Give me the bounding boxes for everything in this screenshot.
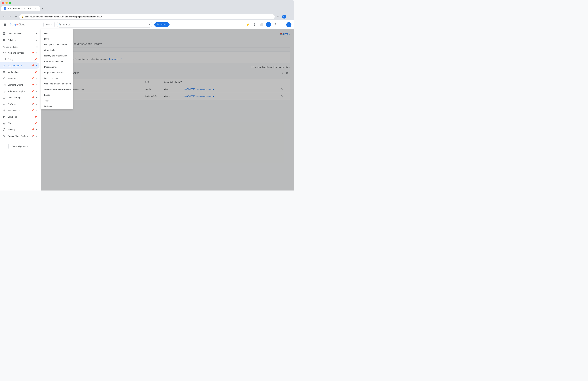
submenu-item-settings[interactable]: Settings bbox=[41, 103, 73, 109]
compute-icon bbox=[2, 83, 6, 86]
app-header: roBot ▾ 🔍 ✕ 🔍 Search ⚡ 🗑 ⬜ 4 bbox=[41, 20, 294, 29]
sidebar-item-storage[interactable]: Cloud Storage 📌 › bbox=[0, 94, 40, 101]
compute-pin-icon: 📌 bbox=[31, 84, 34, 86]
user-profile-icon-button[interactable]: C bbox=[282, 14, 286, 19]
more-icon: ⋮ bbox=[281, 23, 284, 26]
submenu-item-policy-troubleshooter[interactable]: Policy troubleshooter bbox=[41, 59, 73, 64]
maps-label: Google Maps Platform bbox=[8, 135, 30, 137]
marketplace-pin-icon: 📌 bbox=[34, 71, 37, 73]
submenu-item-org-policies[interactable]: Organisation policies bbox=[41, 70, 73, 75]
sidebar-item-cloud-overview[interactable]: Cloud overview › bbox=[0, 30, 40, 37]
security-pin-icon: 📌 bbox=[31, 128, 34, 131]
submenu-item-identity-org[interactable]: Identity and organisation bbox=[41, 53, 73, 59]
browser-tab-active[interactable]: G IAM – IAM and admin – Pomo... ✕ bbox=[1, 6, 40, 11]
kubernetes-pin-icon: 📌 bbox=[31, 90, 34, 92]
search-clear-icon[interactable]: ✕ bbox=[148, 23, 150, 26]
svg-rect-0 bbox=[3, 32, 4, 34]
svg-point-36 bbox=[4, 135, 4, 136]
sidebar-item-compute[interactable]: Compute Engine 📌 › bbox=[0, 82, 40, 88]
cloud-shell-button[interactable]: ⚡ bbox=[245, 22, 251, 27]
storage-pin-icon: 📌 bbox=[31, 96, 34, 99]
submenu-item-iam[interactable]: IAM bbox=[41, 31, 73, 36]
iam-submenu: IAM PAM Principal access boundary Organi… bbox=[41, 29, 73, 109]
sidebar-item-apis[interactable]: API APIs and services 📌 › bbox=[0, 50, 40, 56]
address-bar[interactable]: 🔒 console.cloud.google.com/iam-admin/iam… bbox=[19, 14, 275, 19]
sidebar-item-bigquery[interactable]: BigQuery 📌 › bbox=[0, 101, 40, 107]
svg-point-14 bbox=[4, 85, 5, 85]
browser-maximize-button[interactable] bbox=[9, 2, 11, 4]
storage-icon bbox=[2, 96, 6, 99]
tab-title: IAM – IAM and admin – Pomo... bbox=[8, 7, 33, 10]
sidebar-item-vpc[interactable]: VPC network 📌 › bbox=[0, 107, 40, 113]
submenu-item-workforce-identity[interactable]: Workforce identity federation bbox=[41, 87, 73, 92]
svg-marker-12 bbox=[3, 77, 5, 79]
sidebar-item-billing[interactable]: Billing 📌 bbox=[0, 56, 40, 62]
maps-pin-icon: 📌 bbox=[31, 135, 34, 137]
new-tab-button[interactable]: + bbox=[40, 6, 45, 11]
submenu-item-pam[interactable]: PAM bbox=[41, 36, 73, 42]
maps-expand-icon: › bbox=[36, 135, 37, 137]
billing-label: Billing bbox=[8, 58, 32, 61]
vpc-expand-icon: › bbox=[36, 109, 37, 112]
cloud-code-button[interactable]: 🗑 bbox=[252, 22, 258, 27]
sidebar-item-marketplace[interactable]: Marketplace 📌 bbox=[0, 69, 40, 75]
pinned-section-edit-icon[interactable]: ✏ bbox=[36, 46, 38, 48]
search-input[interactable] bbox=[63, 23, 147, 26]
hamburger-menu-button[interactable]: ☰ bbox=[2, 22, 8, 27]
browser-close-button[interactable] bbox=[2, 2, 4, 4]
nav-back-button[interactable]: ← bbox=[2, 14, 6, 19]
nav-forward-button[interactable]: → bbox=[8, 14, 12, 19]
apis-label: APIs and services bbox=[8, 52, 30, 54]
submenu-item-service-accounts[interactable]: Service accounts bbox=[41, 75, 73, 81]
project-selector[interactable]: roBot ▾ bbox=[43, 22, 55, 27]
tab-favicon: G bbox=[4, 7, 6, 10]
submenu-item-workload-identity[interactable]: Workload Identity Federation bbox=[41, 81, 73, 87]
submenu-item-policy-analyser[interactable]: Policy analyser bbox=[41, 64, 73, 70]
sidebar-item-solutions[interactable]: Solutions › bbox=[0, 37, 40, 43]
svg-line-24 bbox=[5, 104, 5, 105]
submenu-item-principal-access[interactable]: Principal access boundary bbox=[41, 42, 73, 47]
apis-pin-icon: 📌 bbox=[31, 51, 34, 54]
storage-expand-icon: › bbox=[36, 96, 37, 99]
browser-more-icon-button[interactable]: ⋮ bbox=[288, 14, 292, 19]
sidebar-item-vertex[interactable]: Vertex AI 📌 › bbox=[0, 75, 40, 82]
sql-pin-icon: 📌 bbox=[34, 122, 37, 124]
sidebar-item-cloudrun[interactable]: Cloud Run 📌 bbox=[0, 113, 40, 120]
bigquery-expand-icon: › bbox=[36, 103, 37, 105]
google-cloud-logo: Google Cloud bbox=[10, 23, 25, 26]
console-button[interactable]: ⬜ bbox=[259, 22, 265, 27]
browser-minimize-button[interactable] bbox=[5, 2, 8, 4]
sidebar-item-iam[interactable]: IAM and admin 📌 › bbox=[0, 62, 40, 69]
browser-tabs-bar: G IAM – IAM and admin – Pomo... ✕ + bbox=[0, 6, 294, 12]
more-options-button[interactable]: ⋮ bbox=[279, 22, 285, 27]
search-button[interactable]: 🔍 Search bbox=[154, 22, 169, 27]
sidebar-item-kubernetes[interactable]: Kubernetes engine 📌 › bbox=[0, 88, 40, 94]
overlay-dim bbox=[41, 29, 294, 190]
browser-chrome: G IAM – IAM and admin – Pomo... ✕ + bbox=[0, 0, 294, 13]
nav-refresh-button[interactable]: ↻ bbox=[13, 14, 18, 19]
submenu-item-organisations[interactable]: Organisations bbox=[41, 47, 73, 53]
apis-icon: API bbox=[2, 51, 6, 54]
marketplace-icon bbox=[2, 70, 6, 74]
sidebar-item-sql[interactable]: SQL 📌 bbox=[0, 120, 40, 126]
sidebar-item-maps[interactable]: Google Maps Platform 📌 › bbox=[0, 133, 40, 139]
submenu-item-tags[interactable]: Tags bbox=[41, 98, 73, 103]
view-all-products-button[interactable]: View all products bbox=[8, 144, 32, 149]
billing-icon bbox=[2, 58, 6, 61]
bookmark-icon-button[interactable]: ☆ bbox=[276, 14, 281, 19]
tab-close-icon[interactable]: ✕ bbox=[35, 7, 37, 10]
cloudrun-label: Cloud Run bbox=[8, 116, 32, 118]
help-button[interactable]: ? bbox=[272, 22, 278, 27]
sidebar-item-security[interactable]: Security 📌 › bbox=[0, 126, 40, 133]
iam-expand-icon: › bbox=[36, 64, 37, 67]
vpc-pin-icon: 📌 bbox=[31, 109, 34, 112]
notification-badge[interactable]: 4 bbox=[266, 22, 271, 27]
search-bar: 🔍 ✕ bbox=[57, 22, 152, 27]
user-avatar-button[interactable]: C bbox=[286, 22, 292, 27]
svg-point-35 bbox=[3, 122, 5, 123]
svg-point-25 bbox=[4, 110, 5, 111]
svg-rect-7 bbox=[4, 40, 5, 41]
svg-rect-1 bbox=[4, 32, 5, 34]
submenu-item-labels[interactable]: Labels bbox=[41, 92, 73, 98]
search-btn-icon: 🔍 bbox=[157, 23, 159, 26]
